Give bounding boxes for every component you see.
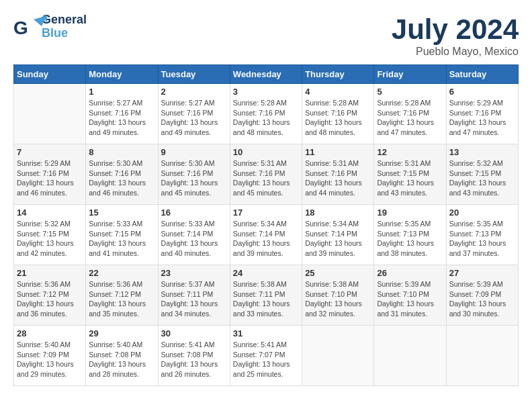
calendar-cell: 9Sunrise: 5:30 AMSunset: 7:16 PMDaylight… xyxy=(158,144,230,205)
logo-text-line2: Blue xyxy=(42,27,87,40)
location-title: Pueblo Mayo, Mexico xyxy=(392,46,519,58)
day-info: Sunrise: 5:41 AMSunset: 7:07 PMDaylight:… xyxy=(233,340,299,379)
calendar-cell: 2Sunrise: 5:27 AMSunset: 7:16 PMDaylight… xyxy=(158,84,230,144)
day-number: 9 xyxy=(161,147,227,157)
calendar-cell: 24Sunrise: 5:38 AMSunset: 7:11 PMDayligh… xyxy=(230,265,302,326)
logo: G General Blue xyxy=(13,13,87,40)
calendar-cell: 16Sunrise: 5:33 AMSunset: 7:14 PMDayligh… xyxy=(158,205,230,265)
day-number: 15 xyxy=(89,208,154,218)
day-number: 29 xyxy=(89,328,154,338)
day-info: Sunrise: 5:39 AMSunset: 7:10 PMDaylight:… xyxy=(377,279,443,319)
day-info: Sunrise: 5:32 AMSunset: 7:15 PMDaylight:… xyxy=(449,158,515,198)
calendar-cell: 25Sunrise: 5:38 AMSunset: 7:10 PMDayligh… xyxy=(302,265,374,326)
day-number: 6 xyxy=(449,87,515,97)
calendar-cell xyxy=(446,326,518,386)
calendar-cell xyxy=(14,84,86,144)
title-block: July 2024 Pueblo Mayo, Mexico xyxy=(392,13,519,58)
day-info: Sunrise: 5:31 AMSunset: 7:15 PMDaylight:… xyxy=(377,158,443,198)
day-number: 13 xyxy=(449,147,515,157)
day-info: Sunrise: 5:28 AMSunset: 7:16 PMDaylight:… xyxy=(305,98,371,138)
day-number: 14 xyxy=(17,208,83,218)
day-number: 20 xyxy=(449,208,515,218)
calendar-cell: 30Sunrise: 5:41 AMSunset: 7:08 PMDayligh… xyxy=(158,326,230,386)
header-day-wednesday: Wednesday xyxy=(230,65,302,84)
calendar-cell: 10Sunrise: 5:31 AMSunset: 7:16 PMDayligh… xyxy=(230,144,302,205)
day-info: Sunrise: 5:33 AMSunset: 7:15 PMDaylight:… xyxy=(89,219,154,259)
calendar-cell: 17Sunrise: 5:34 AMSunset: 7:14 PMDayligh… xyxy=(230,205,302,265)
day-info: Sunrise: 5:32 AMSunset: 7:15 PMDaylight:… xyxy=(17,219,83,259)
calendar-cell: 6Sunrise: 5:29 AMSunset: 7:16 PMDaylight… xyxy=(446,84,518,144)
calendar-cell: 7Sunrise: 5:29 AMSunset: 7:16 PMDaylight… xyxy=(14,144,86,205)
day-number: 18 xyxy=(305,208,371,218)
calendar-cell: 5Sunrise: 5:28 AMSunset: 7:16 PMDaylight… xyxy=(374,84,446,144)
svg-text:G: G xyxy=(13,17,28,38)
day-number: 1 xyxy=(89,87,154,97)
day-info: Sunrise: 5:36 AMSunset: 7:12 PMDaylight:… xyxy=(89,279,154,319)
day-info: Sunrise: 5:37 AMSunset: 7:11 PMDaylight:… xyxy=(161,279,227,319)
day-number: 16 xyxy=(161,208,227,218)
day-info: Sunrise: 5:40 AMSunset: 7:09 PMDaylight:… xyxy=(17,340,83,379)
calendar-cell: 8Sunrise: 5:30 AMSunset: 7:16 PMDaylight… xyxy=(86,144,158,205)
day-info: Sunrise: 5:28 AMSunset: 7:16 PMDaylight:… xyxy=(233,98,299,138)
day-number: 22 xyxy=(89,268,154,278)
calendar-cell: 15Sunrise: 5:33 AMSunset: 7:15 PMDayligh… xyxy=(86,205,158,265)
calendar-cell: 31Sunrise: 5:41 AMSunset: 7:07 PMDayligh… xyxy=(230,326,302,386)
day-info: Sunrise: 5:29 AMSunset: 7:16 PMDaylight:… xyxy=(449,98,515,138)
calendar-cell: 22Sunrise: 5:36 AMSunset: 7:12 PMDayligh… xyxy=(86,265,158,326)
header-row: SundayMondayTuesdayWednesdayThursdayFrid… xyxy=(14,65,519,84)
day-info: Sunrise: 5:29 AMSunset: 7:16 PMDaylight:… xyxy=(17,158,83,198)
calendar-cell: 11Sunrise: 5:31 AMSunset: 7:16 PMDayligh… xyxy=(302,144,374,205)
day-info: Sunrise: 5:41 AMSunset: 7:08 PMDaylight:… xyxy=(161,340,227,379)
day-info: Sunrise: 5:39 AMSunset: 7:09 PMDaylight:… xyxy=(449,279,515,319)
day-number: 31 xyxy=(233,328,299,338)
day-number: 19 xyxy=(377,208,443,218)
day-number: 30 xyxy=(161,328,227,338)
day-number: 11 xyxy=(305,147,371,157)
day-info: Sunrise: 5:38 AMSunset: 7:10 PMDaylight:… xyxy=(305,279,371,319)
day-number: 7 xyxy=(17,147,83,157)
calendar-cell: 12Sunrise: 5:31 AMSunset: 7:15 PMDayligh… xyxy=(374,144,446,205)
day-info: Sunrise: 5:38 AMSunset: 7:11 PMDaylight:… xyxy=(233,279,299,319)
calendar-cell xyxy=(374,326,446,386)
day-info: Sunrise: 5:40 AMSunset: 7:08 PMDaylight:… xyxy=(89,340,154,379)
day-number: 25 xyxy=(305,268,371,278)
day-info: Sunrise: 5:33 AMSunset: 7:14 PMDaylight:… xyxy=(161,219,227,259)
day-number: 23 xyxy=(161,268,227,278)
day-number: 2 xyxy=(161,87,227,97)
day-number: 24 xyxy=(233,268,299,278)
day-number: 21 xyxy=(17,268,83,278)
header-day-saturday: Saturday xyxy=(446,65,518,84)
week-row-4: 21Sunrise: 5:36 AMSunset: 7:12 PMDayligh… xyxy=(14,265,519,326)
calendar-cell: 23Sunrise: 5:37 AMSunset: 7:11 PMDayligh… xyxy=(158,265,230,326)
day-info: Sunrise: 5:27 AMSunset: 7:16 PMDaylight:… xyxy=(89,98,154,138)
day-number: 27 xyxy=(449,268,515,278)
header-day-tuesday: Tuesday xyxy=(158,65,230,84)
day-number: 12 xyxy=(377,147,443,157)
calendar-cell: 19Sunrise: 5:35 AMSunset: 7:13 PMDayligh… xyxy=(374,205,446,265)
day-info: Sunrise: 5:35 AMSunset: 7:13 PMDaylight:… xyxy=(449,219,515,259)
calendar-cell: 3Sunrise: 5:28 AMSunset: 7:16 PMDaylight… xyxy=(230,84,302,144)
month-title: July 2024 xyxy=(392,13,519,46)
calendar-cell: 27Sunrise: 5:39 AMSunset: 7:09 PMDayligh… xyxy=(446,265,518,326)
calendar-cell: 26Sunrise: 5:39 AMSunset: 7:10 PMDayligh… xyxy=(374,265,446,326)
calendar-cell: 29Sunrise: 5:40 AMSunset: 7:08 PMDayligh… xyxy=(86,326,158,386)
calendar-cell: 13Sunrise: 5:32 AMSunset: 7:15 PMDayligh… xyxy=(446,144,518,205)
day-number: 26 xyxy=(377,268,443,278)
week-row-3: 14Sunrise: 5:32 AMSunset: 7:15 PMDayligh… xyxy=(14,205,519,265)
week-row-2: 7Sunrise: 5:29 AMSunset: 7:16 PMDaylight… xyxy=(14,144,519,205)
day-number: 28 xyxy=(17,328,83,338)
calendar-cell: 28Sunrise: 5:40 AMSunset: 7:09 PMDayligh… xyxy=(14,326,86,386)
day-info: Sunrise: 5:30 AMSunset: 7:16 PMDaylight:… xyxy=(89,158,154,198)
day-info: Sunrise: 5:27 AMSunset: 7:16 PMDaylight:… xyxy=(161,98,227,138)
day-info: Sunrise: 5:28 AMSunset: 7:16 PMDaylight:… xyxy=(377,98,443,138)
day-info: Sunrise: 5:34 AMSunset: 7:14 PMDaylight:… xyxy=(233,219,299,259)
calendar-cell: 20Sunrise: 5:35 AMSunset: 7:13 PMDayligh… xyxy=(446,205,518,265)
calendar-cell xyxy=(302,326,374,386)
day-info: Sunrise: 5:34 AMSunset: 7:14 PMDaylight:… xyxy=(305,219,371,259)
calendar-cell: 14Sunrise: 5:32 AMSunset: 7:15 PMDayligh… xyxy=(14,205,86,265)
day-info: Sunrise: 5:30 AMSunset: 7:16 PMDaylight:… xyxy=(161,158,227,198)
calendar-cell: 18Sunrise: 5:34 AMSunset: 7:14 PMDayligh… xyxy=(302,205,374,265)
day-info: Sunrise: 5:35 AMSunset: 7:13 PMDaylight:… xyxy=(377,219,443,259)
calendar-cell: 4Sunrise: 5:28 AMSunset: 7:16 PMDaylight… xyxy=(302,84,374,144)
day-number: 5 xyxy=(377,87,443,97)
